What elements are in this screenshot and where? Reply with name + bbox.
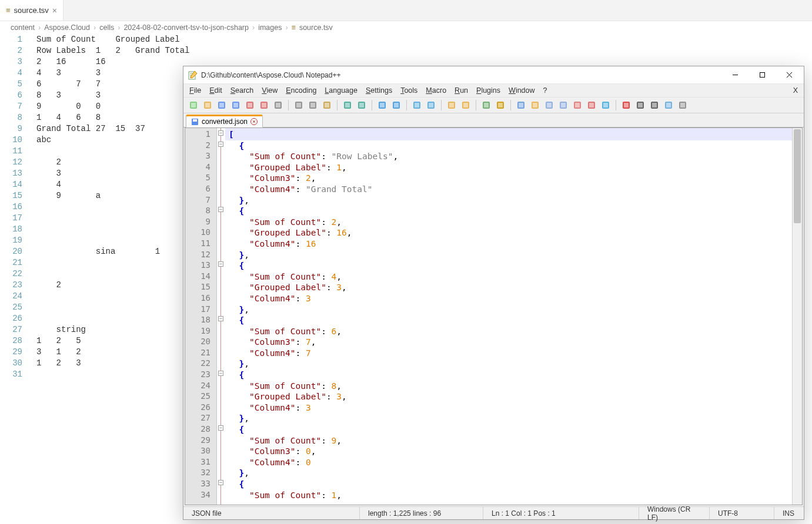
scrollbar-thumb[interactable] bbox=[794, 129, 801, 223]
record-icon[interactable] bbox=[620, 99, 633, 112]
menu-[interactable]: ? bbox=[543, 86, 547, 95]
breadcrumb[interactable]: content›Aspose.Cloud›cells›2024-08-02-co… bbox=[0, 21, 812, 34]
undo-icon[interactable] bbox=[341, 99, 354, 112]
breadcrumb-item[interactable]: source.tsv bbox=[299, 23, 333, 32]
toolbar-separator bbox=[441, 100, 442, 110]
toolbar-separator bbox=[337, 100, 338, 110]
menu-settings[interactable]: Settings bbox=[366, 86, 392, 95]
toolbar-separator bbox=[476, 100, 476, 110]
sync-v-icon[interactable] bbox=[445, 99, 458, 112]
lang-icon[interactable] bbox=[529, 99, 542, 112]
print-icon[interactable] bbox=[272, 99, 285, 112]
stop-icon[interactable] bbox=[634, 99, 647, 112]
status-eol[interactable]: Windows (CR LF) bbox=[639, 507, 710, 519]
svg-rect-23 bbox=[345, 103, 350, 108]
breadcrumb-item[interactable]: content bbox=[11, 23, 35, 32]
find-icon[interactable] bbox=[376, 99, 389, 112]
fold-column[interactable]: −−−−−−−− bbox=[217, 128, 225, 505]
tab-close-icon[interactable]: × bbox=[52, 6, 57, 15]
fold-toggle-icon[interactable]: − bbox=[218, 261, 223, 267]
menu-file[interactable]: File bbox=[189, 86, 201, 95]
doc-map-icon[interactable] bbox=[543, 99, 556, 112]
wrap-icon[interactable] bbox=[480, 99, 493, 112]
sync-h-icon[interactable] bbox=[459, 99, 472, 112]
doc-list-icon[interactable] bbox=[557, 99, 570, 112]
save-all-icon[interactable] bbox=[229, 99, 242, 112]
fold-toggle-icon[interactable]: − bbox=[218, 130, 223, 136]
all-chars-icon[interactable] bbox=[494, 99, 507, 112]
svg-rect-59 bbox=[638, 103, 643, 108]
copy-icon[interactable] bbox=[306, 99, 319, 112]
menu-run[interactable]: Run bbox=[455, 86, 468, 95]
minimize-button[interactable] bbox=[721, 66, 748, 84]
maximize-button[interactable] bbox=[748, 66, 776, 84]
paste-icon[interactable] bbox=[320, 99, 333, 112]
vertical-scrollbar[interactable] bbox=[792, 128, 802, 505]
monitor-icon[interactable] bbox=[599, 99, 612, 112]
menu-window[interactable]: Window bbox=[509, 86, 534, 95]
status-bar: JSON file length : 1,225 lines : 96 Ln :… bbox=[183, 506, 804, 519]
svg-rect-11 bbox=[248, 103, 252, 108]
redo-icon[interactable] bbox=[355, 99, 368, 112]
save-macro-icon[interactable] bbox=[676, 99, 689, 112]
svg-rect-17 bbox=[296, 103, 301, 108]
svg-rect-63 bbox=[666, 103, 671, 108]
breadcrumb-item[interactable]: 2024-08-02-convert-tsv-to-json-csharp bbox=[123, 23, 249, 32]
menu-language[interactable]: Language bbox=[325, 86, 357, 95]
save-icon[interactable] bbox=[215, 99, 228, 112]
folder-icon[interactable] bbox=[585, 99, 598, 112]
zoom-in-icon[interactable] bbox=[410, 99, 423, 112]
close-icon[interactable] bbox=[243, 99, 256, 112]
fold-toggle-icon[interactable]: − bbox=[218, 207, 223, 212]
menu-edit[interactable]: Edit bbox=[209, 86, 222, 95]
doctab-converted-json[interactable]: converted.json bbox=[186, 115, 263, 127]
menu-macro[interactable]: Macro bbox=[426, 86, 446, 95]
toolbar-separator bbox=[510, 100, 511, 110]
tab-label: source.tsv bbox=[14, 6, 49, 15]
chevron-right-icon: › bbox=[93, 23, 96, 32]
menu-view[interactable]: View bbox=[262, 86, 278, 95]
fold-toggle-icon[interactable]: − bbox=[218, 371, 223, 376]
play-icon[interactable] bbox=[648, 99, 661, 112]
svg-rect-37 bbox=[463, 103, 468, 108]
breadcrumb-item[interactable]: Aspose.Cloud bbox=[44, 23, 90, 32]
fold-toggle-icon[interactable]: − bbox=[218, 142, 223, 147]
zoom-out-icon[interactable] bbox=[425, 99, 437, 112]
menu-search[interactable]: Search bbox=[230, 86, 254, 95]
npp-code-area[interactable]: [ { "Sum of Count": "Row Labels", "Group… bbox=[225, 128, 802, 505]
breadcrumb-item[interactable]: cells bbox=[99, 23, 114, 32]
status-position: Ln : 1 Col : 1 Pos : 1 bbox=[483, 507, 639, 519]
new-icon[interactable] bbox=[187, 99, 200, 112]
svg-rect-39 bbox=[484, 103, 489, 108]
status-insert-mode[interactable]: INS bbox=[774, 507, 804, 519]
svg-rect-49 bbox=[561, 103, 566, 108]
cut-icon[interactable] bbox=[292, 99, 305, 112]
file-lines-icon: ≡ bbox=[292, 23, 296, 32]
play-multi-icon[interactable] bbox=[662, 99, 675, 112]
menu-extra-x[interactable]: X bbox=[793, 86, 798, 95]
fold-toggle-icon[interactable]: − bbox=[218, 480, 223, 485]
svg-rect-19 bbox=[310, 103, 315, 108]
close-button[interactable] bbox=[776, 66, 803, 84]
svg-rect-9 bbox=[233, 103, 238, 108]
title-bar[interactable]: D:\Github\content\Aspose.Cloud\ Notepad+… bbox=[183, 66, 804, 84]
indent-guide-icon[interactable] bbox=[514, 99, 527, 112]
vscode-tab-bar: ≡ source.tsv × bbox=[0, 0, 812, 21]
func-list-icon[interactable] bbox=[571, 99, 584, 112]
menu-plugins[interactable]: Plugins bbox=[476, 86, 500, 95]
status-length: length : 1,225 lines : 96 bbox=[360, 507, 483, 519]
status-encoding[interactable]: UTF-8 bbox=[710, 507, 774, 519]
fold-toggle-icon[interactable]: − bbox=[218, 425, 223, 431]
doctab-close-icon[interactable] bbox=[250, 118, 258, 125]
menu-encoding[interactable]: Encoding bbox=[286, 86, 316, 95]
toolbar-separator bbox=[288, 100, 289, 110]
menu-tools[interactable]: Tools bbox=[400, 86, 417, 95]
npp-editor[interactable]: 1234567891011121314151617181920212223242… bbox=[185, 127, 803, 505]
open-icon[interactable] bbox=[201, 99, 214, 112]
replace-icon[interactable] bbox=[390, 99, 403, 112]
breadcrumb-item[interactable]: images bbox=[258, 23, 282, 32]
close-all-icon[interactable] bbox=[258, 99, 270, 112]
notepadpp-window: D:\Github\content\Aspose.Cloud\ Notepad+… bbox=[183, 66, 804, 520]
fold-toggle-icon[interactable]: − bbox=[218, 316, 223, 321]
tab-source-tsv[interactable]: ≡ source.tsv × bbox=[0, 0, 64, 21]
